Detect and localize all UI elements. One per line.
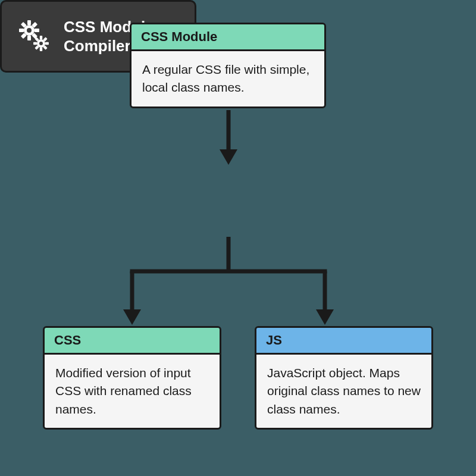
svg-rect-5	[27, 36, 31, 40]
svg-marker-23	[316, 309, 334, 325]
svg-rect-6	[19, 29, 24, 32]
svg-marker-1	[220, 149, 237, 165]
branch-arrows-icon	[83, 237, 393, 332]
svg-point-3	[27, 28, 32, 33]
js-output-header: JS	[256, 328, 431, 355]
svg-rect-15	[40, 48, 42, 51]
css-output-body: Modified version of input CSS with renam…	[45, 355, 220, 428]
arrow-down-icon	[214, 110, 243, 167]
css-module-body: A regular CSS file with simple, local cl…	[131, 51, 324, 107]
svg-rect-4	[27, 20, 31, 25]
css-output-box: CSS Modified version of input CSS with r…	[43, 326, 221, 430]
css-module-box: CSS Module A regular CSS file with simpl…	[130, 23, 326, 108]
gears-icon	[15, 17, 53, 55]
css-module-header: CSS Module	[131, 24, 324, 51]
svg-rect-14	[40, 36, 42, 39]
css-output-header: CSS	[45, 328, 220, 355]
svg-point-13	[39, 42, 43, 45]
svg-rect-17	[45, 42, 49, 45]
js-output-body: JavaScript object. Maps original class n…	[256, 355, 431, 428]
js-output-box: JS JavaScript object. Maps original clas…	[255, 326, 433, 430]
svg-rect-7	[35, 29, 39, 32]
svg-marker-22	[123, 309, 141, 325]
svg-rect-16	[33, 42, 37, 45]
